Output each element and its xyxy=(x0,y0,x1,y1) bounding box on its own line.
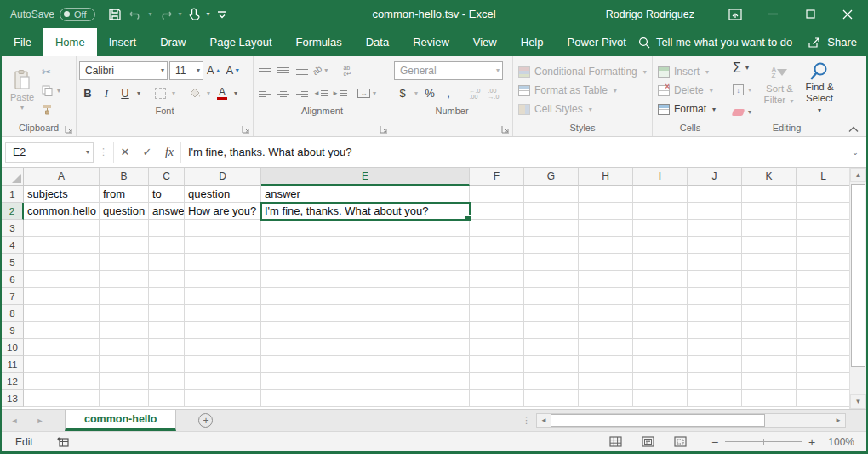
cell-E9[interactable] xyxy=(261,322,470,339)
cell-I7[interactable] xyxy=(633,288,688,305)
autosave-pill[interactable]: Off xyxy=(60,8,94,21)
merge-center-button[interactable]: ↔▾ xyxy=(357,84,378,103)
autosum-button[interactable]: Σ ▾ xyxy=(733,60,760,76)
cell-B1[interactable]: from xyxy=(100,186,149,203)
zoom-slider[interactable]: − + xyxy=(708,435,819,449)
align-top-button[interactable] xyxy=(256,61,273,80)
cell-B6[interactable] xyxy=(100,271,149,288)
collapse-ribbon-icon[interactable] xyxy=(848,126,859,133)
cut-button[interactable]: ✂ xyxy=(42,64,62,79)
sort-filter-button[interactable]: AZ Sort & Filter ▾ xyxy=(760,59,799,122)
cell-B9[interactable] xyxy=(100,322,149,339)
enter-entry-button[interactable]: ✓ xyxy=(136,142,158,163)
shrink-font-button[interactable]: A▼ xyxy=(225,61,243,80)
cell-A10[interactable] xyxy=(24,339,100,356)
cell-G8[interactable] xyxy=(524,305,579,322)
cell-J12[interactable] xyxy=(688,373,742,390)
cell-L6[interactable] xyxy=(797,271,849,288)
cell-J11[interactable] xyxy=(688,356,742,373)
cell-I3[interactable] xyxy=(633,220,688,237)
row-header-2[interactable]: 2 xyxy=(2,203,24,220)
cell-B5[interactable] xyxy=(100,254,149,271)
format-as-table-button[interactable]: Format as Table ▾ xyxy=(516,81,649,100)
cell-A8[interactable] xyxy=(24,305,100,322)
share-button[interactable]: Share xyxy=(808,36,857,49)
row-header-12[interactable]: 12 xyxy=(2,373,24,390)
cell-C10[interactable] xyxy=(149,339,185,356)
cell-F8[interactable] xyxy=(470,305,524,322)
row-header-9[interactable]: 9 xyxy=(2,322,24,339)
cell-H7[interactable] xyxy=(579,288,633,305)
cell-A12[interactable] xyxy=(24,373,100,390)
user-name[interactable]: Rodrigo Rodriguez xyxy=(606,9,694,20)
cell-A9[interactable] xyxy=(24,322,100,339)
cell-F7[interactable] xyxy=(470,288,524,305)
macro-record-button[interactable] xyxy=(57,437,69,447)
vertical-scrollbar[interactable]: ▲ ▼ xyxy=(849,168,866,409)
orientation-button[interactable]: ab▾ xyxy=(312,61,329,80)
cell-J13[interactable] xyxy=(688,390,742,407)
decrease-indent-button[interactable]: ◄ xyxy=(312,84,329,103)
insert-function-button[interactable]: fx xyxy=(158,142,180,163)
cell-I12[interactable] xyxy=(633,373,688,390)
cell-I6[interactable] xyxy=(633,271,688,288)
tab-file[interactable]: File xyxy=(2,28,43,56)
accounting-dropdown-icon[interactable]: ▾ xyxy=(413,89,420,97)
cell-L10[interactable] xyxy=(797,339,849,356)
cell-D8[interactable] xyxy=(185,305,261,322)
fill-color-button[interactable] xyxy=(186,84,203,103)
number-dialog-launcher-icon[interactable] xyxy=(501,125,510,134)
cell-A1[interactable]: subjects xyxy=(24,186,100,203)
paste-button[interactable]: Paste ▾ xyxy=(4,59,40,122)
cell-C9[interactable] xyxy=(149,322,185,339)
cell-K11[interactable] xyxy=(742,356,797,373)
cell-I13[interactable] xyxy=(633,390,688,407)
cell-L9[interactable] xyxy=(797,322,849,339)
cell-B13[interactable] xyxy=(100,390,149,407)
tab-draw[interactable]: Draw xyxy=(148,28,197,56)
cell-C8[interactable] xyxy=(149,305,185,322)
cell-F5[interactable] xyxy=(470,254,524,271)
page-break-preview-button[interactable] xyxy=(664,436,696,447)
cell-H11[interactable] xyxy=(579,356,633,373)
cell-B12[interactable] xyxy=(100,373,149,390)
cell-G3[interactable] xyxy=(524,220,579,237)
tab-splitter-icon[interactable]: ⋮ xyxy=(517,415,536,426)
font-name-select[interactable]: Calibri ▾ xyxy=(79,61,168,80)
cell-C7[interactable] xyxy=(149,288,185,305)
cell-I11[interactable] xyxy=(633,356,688,373)
cell-H1[interactable] xyxy=(579,186,633,203)
ribbon-display-options-button[interactable] xyxy=(717,0,754,28)
align-right-button[interactable] xyxy=(294,84,311,103)
close-button[interactable] xyxy=(829,0,866,28)
cell-G10[interactable] xyxy=(524,339,579,356)
cell-D10[interactable] xyxy=(185,339,261,356)
cell-F13[interactable] xyxy=(470,390,524,407)
alignment-dialog-launcher-icon[interactable] xyxy=(380,125,388,134)
cell-E12[interactable] xyxy=(261,373,470,390)
decrease-decimal-button[interactable]: .00→.0 xyxy=(485,84,502,103)
cell-H2[interactable] xyxy=(579,203,633,220)
cell-H9[interactable] xyxy=(579,322,633,339)
column-header-I[interactable]: I xyxy=(633,168,688,186)
row-header-11[interactable]: 11 xyxy=(2,356,24,373)
align-left-button[interactable] xyxy=(256,84,273,103)
cell-J3[interactable] xyxy=(688,220,742,237)
tab-home[interactable]: Home xyxy=(43,28,97,56)
row-header-1[interactable]: 1 xyxy=(2,186,24,203)
cell-G6[interactable] xyxy=(524,271,579,288)
zoom-level[interactable]: 100% xyxy=(827,436,866,448)
cell-K12[interactable] xyxy=(742,373,797,390)
cell-J1[interactable] xyxy=(688,186,742,203)
undo-dropdown-icon[interactable]: ▾ xyxy=(147,10,154,18)
cell-I1[interactable] xyxy=(633,186,688,203)
cell-D12[interactable] xyxy=(185,373,261,390)
percent-style-button[interactable]: % xyxy=(421,84,438,103)
cell-D11[interactable] xyxy=(185,356,261,373)
redo-button[interactable] xyxy=(156,3,175,26)
font-size-select[interactable]: 11 ▾ xyxy=(169,61,203,80)
font-dialog-launcher-icon[interactable] xyxy=(242,125,250,134)
underline-dropdown-icon[interactable]: ▾ xyxy=(135,89,142,97)
cell-E3[interactable] xyxy=(261,220,470,237)
tab-data[interactable]: Data xyxy=(354,28,401,56)
